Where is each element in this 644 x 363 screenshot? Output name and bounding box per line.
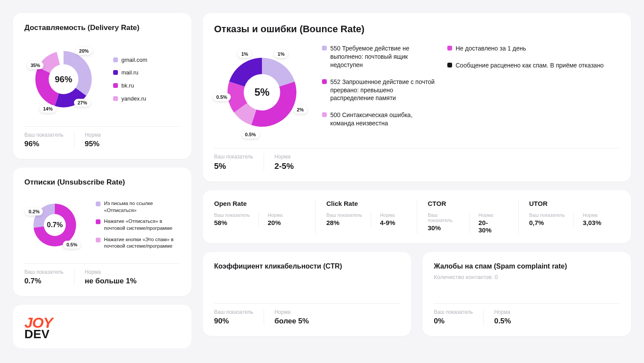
legend-item: yandex.ru [113, 95, 147, 103]
slice-label: 0.2% [25, 208, 43, 215]
bounce-center-value: 5% [214, 44, 310, 140]
legend-item: mail.ru [113, 69, 147, 77]
bounce-donut-chart: 5% 1% 1% 2% 0.5% 0.5% [214, 44, 310, 140]
legend-item: Сообщение расценено как спам. В приёме о… [447, 61, 620, 70]
logo-card: JOY DEV [13, 305, 191, 348]
slice-label: 0.5% [242, 131, 259, 138]
unsubscribe-donut-chart: 0.7% 0.2% 0.5% [24, 195, 85, 255]
rate-utor: UTOR Ваш показатель0,7% Норма3,03% [518, 200, 620, 234]
slice-label: 20% [76, 47, 92, 55]
spam-subtitle: Количество контактов: 0 [434, 274, 620, 280]
spam-card: Жалобы на спам (Spam complaint rate) Кол… [423, 252, 631, 336]
legend-item: Нажатие кнопки «Это спам» в почтовой сис… [96, 236, 180, 250]
rate-open: Open Rate Ваш показатель58% Норма20% [214, 200, 315, 234]
legend-item: 550 Требуемое действие не выполнено: поч… [322, 44, 435, 69]
delivery-your-metric: Ваш показатель 96% [24, 132, 74, 148]
slice-label: 2% [293, 106, 307, 114]
rates-card: Open Rate Ваш показатель58% Норма20% Cli… [203, 190, 631, 243]
spam-title: Жалобы на спам (Spam complaint rate) [434, 262, 620, 270]
legend-item: 500 Синтаксическая ошибка, команда неизв… [322, 111, 435, 128]
unsubscribe-title: Отписки (Unsubscribe Rate) [24, 178, 180, 187]
spam-norm: Норма 0.5% [483, 309, 522, 326]
ctr-title: Коэффициент кликабельности (CTR) [214, 262, 400, 270]
legend-item: Нажатие «Отписаться» в почтовой системе/… [96, 218, 180, 232]
rate-ctor: CTOR Ваш показатель30% Норма20-30% [417, 200, 518, 234]
bounce-title: Отказы и ошибки (Bounce Rate) [214, 24, 620, 35]
slice-label: 27% [74, 99, 91, 107]
unsubscribe-legend: Из письма по ссылке «Отписаться» Нажатие… [96, 200, 180, 249]
legend-item: bk.ru [113, 82, 147, 90]
spam-your-metric: Ваш показатель 0% [434, 309, 483, 326]
slice-label: 14% [40, 105, 56, 113]
slice-label: 0.5% [213, 93, 231, 101]
bounce-legend-left: 550 Требуемое действие не выполнено: поч… [322, 44, 435, 128]
bounce-rate-card: Отказы и ошибки (Bounce Rate) [203, 13, 631, 182]
delivery-donut-chart: 96% 20% 27% 14% 35% [24, 40, 103, 118]
slice-label: 1% [238, 50, 252, 58]
legend-item: Не доставлено за 1 день [447, 44, 620, 53]
bounce-your-metric: Ваш показатель 5% [214, 154, 264, 171]
ctr-your-metric: Ваш показатель 90% [214, 309, 264, 326]
bounce-legend-right: Не доставлено за 1 день Сообщение расцен… [447, 44, 620, 70]
ctr-norm: Норма более 5% [264, 309, 319, 326]
unsubscribe-rate-card: Отписки (Unsubscribe Rate) 0.7% 0.2% 0.5… [13, 168, 191, 296]
bounce-norm: Норма 2-5% [264, 154, 304, 171]
delivery-norm: Норма 95% [74, 132, 111, 148]
legend-item: gmail.com [113, 56, 147, 64]
legend-item: Из письма по ссылке «Отписаться» [96, 200, 180, 214]
delivery-legend: gmail.com mail.ru bk.ru yandex.ru [113, 56, 147, 102]
slice-label: 1% [274, 50, 288, 58]
slice-label: 0.5% [63, 241, 81, 249]
legend-item: 552 Запрошенное действие с почтой прерва… [322, 78, 435, 103]
delivery-rate-card: Доставляемость (Delivery Rate) 96% [13, 13, 191, 159]
delivery-title: Доставляемость (Delivery Rate) [24, 24, 180, 32]
rate-click: Click Rate Ваш показатель28% Норма4-9% [315, 200, 417, 234]
ctr-card: Коэффициент кликабельности (CTR) Ваш пок… [203, 252, 411, 336]
unsubscribe-norm: Норма не больше 1% [74, 269, 147, 286]
unsubscribe-your-metric: Ваш показатель 0.7% [24, 269, 74, 286]
joydev-logo: JOY DEV [24, 316, 53, 339]
slice-label: 35% [27, 61, 44, 69]
